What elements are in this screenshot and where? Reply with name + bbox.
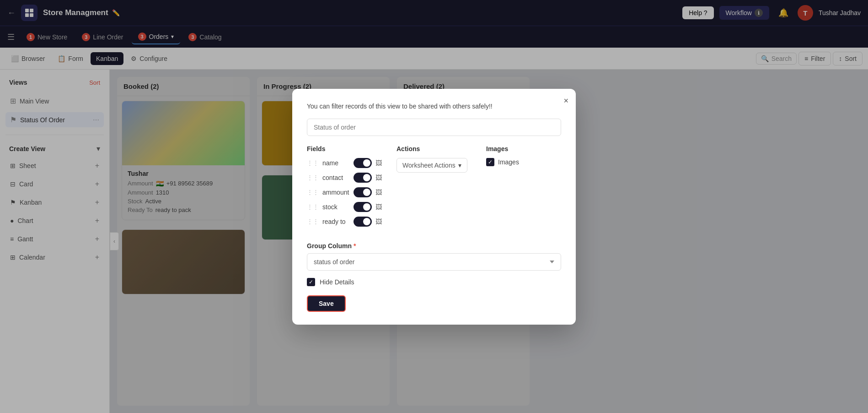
hide-details-checkbox[interactable]: ✓ [307, 278, 315, 286]
field-stock-toggle[interactable] [354, 202, 372, 212]
images-checkbox[interactable]: ✓ [486, 158, 494, 166]
images-label: Images [498, 158, 519, 166]
actions-header: Actions [396, 145, 472, 152]
modal-sections: Fields ⋮⋮ name 🖼 ⋮⋮ contact 🖼 ⋮⋮ ammount [307, 145, 561, 231]
drag-handle-icon[interactable]: ⋮⋮ [307, 189, 319, 196]
group-column-section: Group Column * status of order name cont… [307, 242, 561, 271]
drag-handle-icon[interactable]: ⋮⋮ [307, 203, 319, 210]
field-row-amount: ⋮⋮ ammount 🖼 [307, 187, 382, 197]
field-row-stock: ⋮⋮ stock 🖼 [307, 202, 382, 212]
field-name-toggle[interactable] [354, 158, 372, 168]
modal-overlay[interactable]: × You can filter records of this view to… [0, 0, 868, 413]
field-amount-toggle[interactable] [354, 187, 372, 197]
drag-handle-icon[interactable]: ⋮⋮ [307, 218, 319, 225]
worksheet-actions-row: Worksheet Actions ▾ [396, 158, 472, 173]
modal-footer: Save [307, 295, 561, 312]
field-stock-label: stock [322, 203, 350, 211]
hide-details-label: Hide Details [320, 278, 354, 286]
field-contact-image-icon[interactable]: 🖼 [375, 174, 382, 181]
group-column-label: Group Column * [307, 242, 561, 250]
field-amount-label: ammount [322, 189, 350, 196]
field-ready-to-label: ready to [322, 218, 350, 225]
images-section: Images ✓ Images [486, 145, 561, 231]
field-stock-image-icon[interactable]: 🖼 [375, 203, 382, 211]
fields-header: Fields [307, 145, 382, 152]
filter-modal: × You can filter records of this view to… [292, 89, 576, 325]
field-contact-label: contact [322, 174, 350, 181]
modal-search-input[interactable] [307, 119, 561, 136]
field-name-label: name [322, 159, 350, 167]
field-name-image-icon[interactable]: 🖼 [375, 159, 382, 167]
modal-description: You can filter records of this view to b… [307, 102, 561, 111]
required-star: * [354, 242, 356, 250]
worksheet-actions-select[interactable]: Worksheet Actions ▾ [396, 158, 467, 173]
field-amount-image-icon[interactable]: 🖼 [375, 189, 382, 196]
images-header: Images [486, 145, 561, 152]
actions-section: Actions Worksheet Actions ▾ [396, 145, 472, 231]
field-contact-toggle[interactable] [354, 173, 372, 183]
worksheet-actions-label: Worksheet Actions [402, 162, 455, 169]
fields-section: Fields ⋮⋮ name 🖼 ⋮⋮ contact 🖼 ⋮⋮ ammount [307, 145, 382, 231]
drag-handle-icon[interactable]: ⋮⋮ [307, 159, 319, 166]
field-ready-to-image-icon[interactable]: 🖼 [375, 218, 382, 225]
save-button[interactable]: Save [307, 295, 346, 312]
hide-details-row: ✓ Hide Details [307, 278, 561, 286]
images-row: ✓ Images [486, 158, 561, 166]
worksheet-actions-chevron-icon: ▾ [458, 162, 461, 169]
drag-handle-icon[interactable]: ⋮⋮ [307, 174, 319, 181]
field-row-ready-to: ⋮⋮ ready to 🖼 [307, 217, 382, 227]
field-ready-to-toggle[interactable] [354, 217, 372, 227]
group-column-select[interactable]: status of order name contact ammount sto… [307, 253, 561, 271]
field-row-contact: ⋮⋮ contact 🖼 [307, 173, 382, 183]
field-row-name: ⋮⋮ name 🖼 [307, 158, 382, 168]
modal-close-button[interactable]: × [563, 96, 568, 106]
